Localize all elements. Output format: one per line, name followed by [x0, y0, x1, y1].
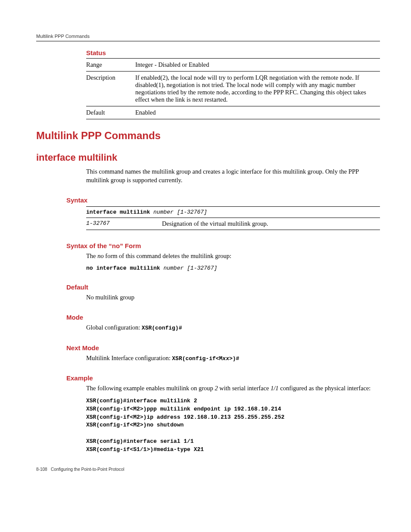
example-heading: Example	[66, 374, 380, 382]
cmd-keyword: interface multilink	[86, 209, 153, 215]
table-row: Default Enabled	[86, 106, 380, 119]
cell-label: Default	[86, 106, 135, 119]
section-heading-h1: Multilink PPP Commands	[36, 130, 380, 142]
header-rule	[36, 41, 380, 41]
chapter-title: Configuring the Point-to-Point Protocol	[51, 467, 125, 472]
text: Multilink Interface configuration:	[86, 355, 172, 361]
code-ital: xx	[222, 355, 229, 362]
intro-paragraph: This command names the multilink group a…	[86, 168, 380, 184]
code: XSR(config-if<M	[172, 355, 222, 362]
table-row: Description If enabled(2), the local nod…	[86, 72, 380, 106]
syntax-param-row: 1-32767 Designation of the virtual multi…	[86, 218, 380, 230]
example-body: The following example enables multilink …	[86, 384, 380, 454]
syntax-command-line: interface multilink number [1-32767]	[86, 207, 380, 218]
mode-body: Global configuration: XSR(config)#	[86, 324, 380, 332]
page-footer: 8-108 Configuring the Point-to-Point Pro…	[36, 467, 380, 472]
example-code-block: XSR(config)#interface multilink 2 XSR(co…	[86, 397, 380, 454]
running-head: Multilink PPP Commands	[36, 34, 380, 39]
text: with serial interface	[218, 385, 271, 392]
cell-label: Range	[86, 59, 135, 72]
page-number: 8-108	[36, 467, 47, 472]
default-body: No multilink group	[86, 293, 380, 302]
status-table: Range Integer - Disabled or Enabled Desc…	[86, 59, 380, 119]
next-mode-body: Multilink Interface configuration: XSR(c…	[86, 354, 380, 363]
cell-value: Enabled	[135, 106, 380, 119]
table-row: Range Integer - Disabled or Enabled	[86, 59, 380, 72]
status-heading: Status	[86, 49, 380, 56]
text-italic: 1/1	[271, 385, 279, 392]
syntax-table: interface multilink number [1-32767] 1-3…	[86, 206, 380, 230]
page: Multilink PPP Commands Status Range Inte…	[0, 0, 411, 489]
param-name: 1-32767	[86, 218, 162, 230]
text-italic: no	[97, 252, 104, 259]
cell-label: Description	[86, 72, 135, 106]
syntax-heading: Syntax	[66, 196, 380, 204]
mode-text: Global configuration: XSR(config)#	[86, 324, 380, 332]
text: The following example enables multilink …	[86, 385, 215, 392]
next-mode-heading: Next Mode	[66, 344, 380, 352]
text: configured as the physical interface:	[279, 385, 371, 392]
cell-value: Integer - Disabled or Enabled	[135, 59, 380, 72]
cell-value: If enabled(2), the local node will try t…	[135, 72, 380, 106]
cmd-args: number [1-32767]	[163, 265, 217, 271]
syntax-cmd-row: interface multilink number [1-32767]	[86, 207, 380, 218]
cmd-args: number [1-32767]	[153, 209, 207, 215]
param-desc: Designation of the virtual multilink gro…	[162, 218, 380, 230]
next-mode-text: Multilink Interface configuration: XSR(c…	[86, 354, 380, 363]
no-form-text: The no form of this command deletes the …	[86, 252, 380, 261]
no-form-heading: Syntax of the “no” Form	[66, 242, 380, 249]
text: The	[86, 252, 97, 259]
text: Global configuration:	[86, 324, 142, 331]
default-text: No multilink group	[86, 293, 380, 302]
syntax-body: interface multilink number [1-32767] 1-3…	[86, 206, 380, 230]
command-heading-h2: interface multilink	[36, 152, 380, 163]
command-body: This command names the multilink group a…	[86, 168, 380, 184]
code: >)#	[229, 355, 239, 362]
no-form-command: no interface multilink number [1-32767]	[86, 265, 380, 271]
mode-heading: Mode	[66, 314, 380, 321]
default-heading: Default	[66, 283, 380, 291]
mode-code: XSR(config)#	[142, 325, 182, 331]
status-section: Status Range Integer - Disabled or Enabl…	[86, 49, 380, 119]
cmd-keyword: no interface multilink	[86, 265, 163, 271]
example-text: The following example enables multilink …	[86, 384, 380, 393]
no-form-body: The no form of this command deletes the …	[86, 252, 380, 271]
text: form of this command deletes the multili…	[104, 252, 231, 259]
text-italic: 2	[215, 385, 218, 392]
